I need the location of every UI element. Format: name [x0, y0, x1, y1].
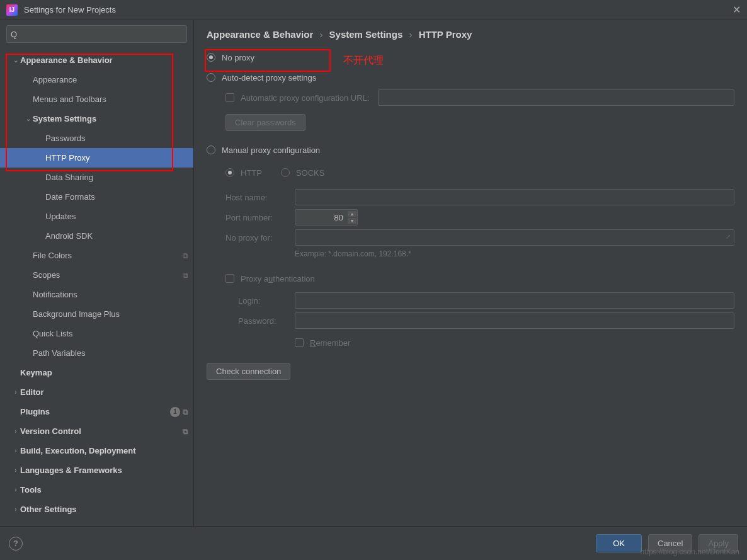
- login-input: [295, 292, 734, 309]
- copy-icon: ⧉: [183, 408, 188, 416]
- breadcrumb-b[interactable]: System Settings: [329, 29, 403, 40]
- sidebar-item[interactable]: ›Tools: [0, 480, 193, 500]
- chevron-right-icon: ›: [319, 29, 322, 40]
- sidebar-item-label: Date Formats: [45, 192, 188, 202]
- badge: 1: [170, 407, 180, 417]
- sidebar-item[interactable]: ›Languages & Frameworks: [0, 460, 193, 480]
- ok-button[interactable]: OK: [596, 534, 642, 552]
- footer: ? OK Cancel Apply: [0, 526, 747, 560]
- breadcrumb-a[interactable]: Appearance & Behavior: [207, 29, 313, 40]
- sidebar-item-label: Appearance: [33, 75, 188, 84]
- sidebar-item[interactable]: Data Sharing: [0, 168, 193, 187]
- clear-passwords-button: Clear passwords: [225, 114, 305, 131]
- sidebar-item[interactable]: Scopes⧉: [0, 265, 193, 285]
- sidebar-item[interactable]: Updates: [0, 207, 193, 226]
- chevron-right-icon: ›: [11, 506, 20, 513]
- titlebar: IJ Settings for New Projects ✕: [0, 0, 747, 20]
- expand-icon: ⤢: [726, 233, 731, 240]
- login-label: Login:: [238, 296, 295, 306]
- close-icon[interactable]: ✕: [733, 4, 741, 16]
- sidebar-item-label: Keymap: [20, 368, 188, 377]
- chevron-right-icon: ›: [11, 447, 20, 454]
- settings-tree: ⌄Appearance & BehaviorAppearanceMenus an…: [0, 48, 193, 526]
- sidebar-item[interactable]: File Colors⧉: [0, 246, 193, 265]
- sidebar-item-label: Other Settings: [20, 505, 188, 514]
- watermark: https://blog.csdn.net/DontKan: [641, 547, 739, 556]
- sidebar-item-label: Android SDK: [45, 231, 188, 241]
- sidebar-item[interactable]: Path Variables: [0, 343, 193, 363]
- sidebar-item[interactable]: Background Image Plus: [0, 304, 193, 324]
- chevron-right-icon: ›: [11, 467, 20, 474]
- window-title: Settings for New Projects: [24, 5, 116, 14]
- sidebar-item[interactable]: ›Build, Execution, Deployment: [0, 441, 193, 460]
- radio-icon: [281, 168, 290, 177]
- copy-icon: ⧉: [183, 271, 188, 280]
- chevron-down-icon: ⌄: [24, 115, 33, 122]
- help-icon[interactable]: ?: [9, 537, 23, 551]
- checkbox-icon: [295, 338, 304, 347]
- check-remember: Remember: [207, 333, 734, 353]
- sidebar-item-label: Appearance & Behavior: [20, 55, 188, 65]
- sidebar-item[interactable]: Passwords: [0, 129, 193, 148]
- sidebar-item-label: System Settings: [33, 114, 188, 123]
- sidebar-item[interactable]: Android SDK: [0, 226, 193, 246]
- sidebar-item-label: Scopes: [33, 270, 183, 280]
- checkbox-icon: [225, 274, 234, 283]
- radio-no-proxy[interactable]: No proxy: [207, 47, 734, 67]
- search-input[interactable]: [6, 25, 187, 43]
- radio-icon: [225, 168, 234, 177]
- sidebar-item[interactable]: ⌄Appearance & Behavior: [0, 50, 193, 70]
- sidebar-item-label: Menus and Toolbars: [33, 94, 188, 104]
- sidebar-item[interactable]: ›Other Settings: [0, 500, 193, 519]
- radio-icon: [207, 73, 215, 82]
- sidebar-item-label: Updates: [45, 212, 188, 221]
- sidebar-item[interactable]: Appearance: [0, 70, 193, 89]
- sidebar-item-label: Data Sharing: [45, 173, 188, 182]
- sidebar-item[interactable]: Menus and Toolbars: [0, 89, 193, 109]
- remember-label: Remember: [310, 338, 350, 348]
- sidebar-item-label: Languages & Frameworks: [20, 466, 188, 475]
- sidebar-item-label: Passwords: [45, 134, 188, 143]
- annotation-text: 不开代理: [343, 54, 384, 67]
- host-input: [295, 189, 734, 205]
- sidebar-item[interactable]: ⌄System Settings: [0, 109, 193, 129]
- radio-auto-detect[interactable]: Auto-detect proxy settings: [207, 67, 734, 88]
- sidebar-item[interactable]: Quick Lists: [0, 324, 193, 343]
- sidebar-item-label: Plugins: [20, 407, 170, 416]
- noproxyfor-hint: Example: *.domain.com, 192.168.*: [295, 249, 734, 258]
- port-label: Port number:: [225, 213, 295, 222]
- sidebar-item-label: Quick Lists: [33, 329, 188, 338]
- sidebar-item[interactable]: HTTP Proxy: [0, 148, 193, 168]
- app-logo-icon: IJ: [6, 4, 18, 16]
- sidebar-item-label: Background Image Plus: [33, 309, 188, 319]
- auth-label: Proxy authentication: [241, 274, 315, 283]
- sidebar-item-label: Editor: [20, 387, 188, 397]
- spinner-icon: ▲▼: [348, 210, 356, 224]
- sidebar-item[interactable]: ›Editor: [0, 382, 193, 402]
- password-input: [295, 312, 734, 329]
- sidebar-item[interactable]: Plugins1⧉: [0, 402, 193, 421]
- sidebar-item[interactable]: ›Version Control⧉: [0, 421, 193, 441]
- chevron-down-icon: ⌄: [11, 57, 20, 64]
- sidebar-item-label: Path Variables: [33, 348, 188, 358]
- sidebar-item-label: Notifications: [33, 290, 188, 299]
- sidebar-item-label: Tools: [20, 485, 188, 494]
- content-pane: Appearance & Behavior › System Settings …: [194, 20, 747, 526]
- auto-url-input: [378, 89, 734, 106]
- sidebar-item-label: Version Control: [20, 426, 183, 436]
- sidebar-item-label: HTTP Proxy: [45, 153, 188, 163]
- sidebar-item[interactable]: Date Formats: [0, 187, 193, 207]
- copy-icon: ⧉: [183, 427, 188, 436]
- checkbox-icon: [225, 93, 234, 102]
- noproxyfor-label: No proxy for:: [225, 233, 295, 243]
- chevron-right-icon: ›: [11, 428, 20, 435]
- chevron-right-icon: ›: [11, 389, 20, 396]
- sidebar-item[interactable]: Notifications: [0, 285, 193, 304]
- radio-icon: [207, 146, 215, 154]
- radio-manual[interactable]: Manual proxy configuration: [207, 140, 734, 160]
- noproxyfor-input: [295, 229, 734, 246]
- sidebar-item[interactable]: Keymap: [0, 363, 193, 382]
- radio-icon: [207, 53, 215, 62]
- check-connection-button[interactable]: Check connection: [207, 363, 290, 380]
- check-auto-url: Automatic proxy configuration URL:: [207, 88, 734, 108]
